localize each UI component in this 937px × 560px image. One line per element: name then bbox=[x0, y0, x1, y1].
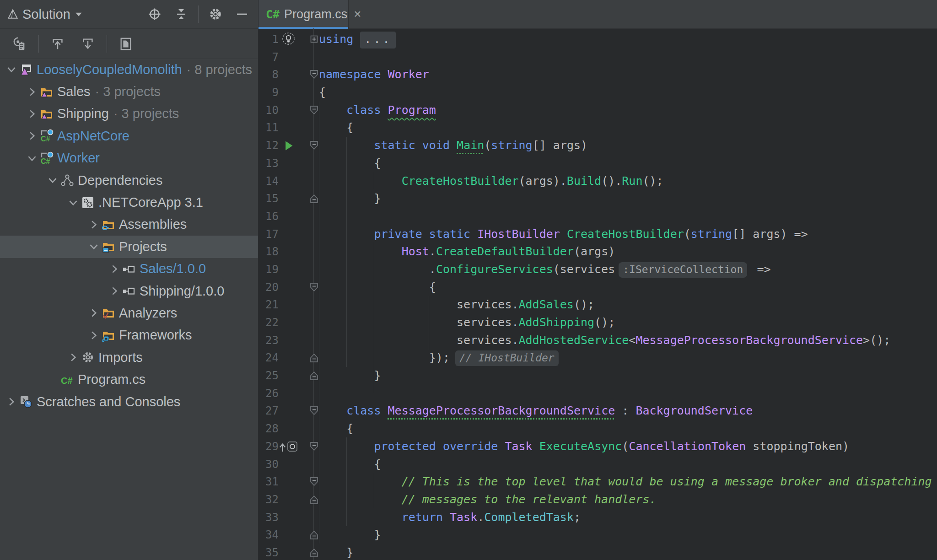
chevron-down-icon[interactable] bbox=[4, 62, 19, 77]
sync-view-button[interactable] bbox=[11, 34, 29, 54]
fold-marker-up-icon[interactable] bbox=[310, 371, 318, 381]
code-line-30[interactable]: 30 { bbox=[258, 456, 937, 474]
code-line-9[interactable]: 9{ bbox=[258, 84, 937, 102]
fold-marker-down-icon[interactable] bbox=[310, 140, 318, 151]
fold-marker-up-icon[interactable] bbox=[310, 548, 318, 558]
move-up-button[interactable] bbox=[48, 34, 67, 54]
hide-panel-button[interactable] bbox=[233, 4, 251, 24]
chevron-right-icon[interactable] bbox=[107, 261, 122, 277]
tree-item-label: Shipping bbox=[57, 106, 109, 121]
fold-marker-up-icon[interactable] bbox=[310, 495, 318, 505]
fold-marker-down-icon[interactable] bbox=[310, 442, 318, 452]
fold-marker-up-icon[interactable] bbox=[310, 353, 318, 363]
tab-program-cs[interactable]: C# Program.cs × bbox=[258, 0, 349, 28]
project-ref-icon bbox=[122, 262, 136, 276]
code-line-10[interactable]: 10 class Program bbox=[258, 102, 937, 119]
code-line-28[interactable]: 28 { bbox=[258, 420, 937, 438]
code-line-1[interactable]: 1using ... bbox=[258, 31, 937, 48]
chevron-right-icon[interactable] bbox=[86, 328, 102, 343]
close-icon[interactable]: × bbox=[354, 8, 361, 21]
tree-item-shipping-1-0-0[interactable]: Shipping/1.0.0 bbox=[0, 280, 258, 302]
tree-item-assemblies[interactable]: Assemblies bbox=[0, 214, 258, 236]
code-line-32[interactable]: 32 // messages to the relevant handlers. bbox=[258, 491, 937, 509]
tree-item-dependencies[interactable]: Dependencies bbox=[0, 169, 258, 191]
code-line-19[interactable]: 19 .ConfigureServices(services:IServiceC… bbox=[258, 261, 937, 279]
move-down-button[interactable] bbox=[79, 34, 97, 54]
chevron-down-icon[interactable] bbox=[86, 239, 102, 254]
tree-item-shipping[interactable]: Shipping· 3 projects bbox=[0, 103, 258, 125]
tree-item-frameworks[interactable]: Frameworks bbox=[0, 324, 258, 346]
code-line-15[interactable]: 15 } bbox=[258, 190, 937, 208]
code-line-25[interactable]: 25 } bbox=[258, 367, 937, 385]
tree-item-program-cs[interactable]: C#Program.cs bbox=[0, 368, 258, 390]
chevron-right-icon[interactable] bbox=[24, 128, 40, 144]
settings-button[interactable] bbox=[206, 4, 225, 24]
fold-marker-down-icon[interactable] bbox=[310, 477, 318, 487]
code-line-27[interactable]: 27 class MessageProcessorBackgroundServi… bbox=[258, 402, 937, 420]
code-line-33[interactable]: 33 return Task.CompletedTask; bbox=[258, 509, 937, 527]
overrides-icon[interactable] bbox=[277, 438, 300, 456]
tree-item-sales-1-0-0[interactable]: Sales/1.0.0 bbox=[0, 258, 258, 280]
code-line-26[interactable]: 26 bbox=[258, 385, 937, 403]
code-editor[interactable]: 1using ...78namespace Worker9{10 class P… bbox=[258, 31, 937, 560]
tree-item-label: Assemblies bbox=[119, 217, 187, 232]
code-line-7[interactable]: 7 bbox=[258, 48, 937, 66]
chevron-down-icon[interactable] bbox=[65, 195, 81, 210]
fold-marker-down-icon[interactable] bbox=[310, 105, 318, 115]
code-line-20[interactable]: 20 { bbox=[258, 279, 937, 296]
code-line-12[interactable]: 12 static void Main(string[] args) bbox=[258, 137, 937, 155]
tree-item-analyzers[interactable]: Analyzers bbox=[0, 302, 258, 324]
code-line-8[interactable]: 8namespace Worker bbox=[258, 66, 937, 84]
code-line-21[interactable]: 21 services.AddSales(); bbox=[258, 296, 937, 314]
fold-marker-up-icon[interactable] bbox=[310, 530, 318, 540]
chevron-right-icon[interactable] bbox=[65, 350, 81, 365]
chevron-right-icon[interactable] bbox=[86, 305, 102, 321]
code-line-16[interactable]: 16 bbox=[258, 208, 937, 226]
chevron-right-icon[interactable] bbox=[24, 84, 40, 100]
fold-marker-plus-icon[interactable] bbox=[310, 34, 318, 44]
code-line-31[interactable]: 31 // This is the top level that would b… bbox=[258, 473, 937, 491]
intention-bulb-icon[interactable] bbox=[277, 31, 300, 48]
run-icon[interactable] bbox=[277, 137, 300, 155]
locate-file-button[interactable] bbox=[145, 4, 164, 24]
tree-item-label: Projects bbox=[119, 239, 167, 254]
tree-item-projects[interactable]: Projects bbox=[0, 236, 258, 258]
chevron-down-icon[interactable] bbox=[24, 151, 40, 166]
collapse-all-button[interactable] bbox=[172, 4, 190, 24]
code-line-11[interactable]: 11 { bbox=[258, 119, 937, 137]
code-text: } bbox=[319, 544, 353, 560]
code-line-22[interactable]: 22 services.AddShipping(); bbox=[258, 314, 937, 332]
code-line-29[interactable]: 29 protected override Task ExecuteAsync(… bbox=[258, 438, 937, 456]
tree-item-scratches-and-consoles[interactable]: Scratches and Consoles bbox=[0, 391, 258, 413]
line-number: 9 bbox=[258, 84, 279, 102]
imports-gear-icon bbox=[81, 350, 95, 364]
code-line-18[interactable]: 18 Host.CreateDefaultBuilder(args) bbox=[258, 243, 937, 261]
tree-item-looselycoupledmonolith[interactable]: LooselyCoupledMonolith· 8 projects bbox=[0, 59, 258, 81]
chevron-right-icon[interactable] bbox=[4, 394, 19, 409]
code-line-23[interactable]: 23 services.AddHostedService<MessageProc… bbox=[258, 332, 937, 350]
fold-marker-up-icon[interactable] bbox=[310, 194, 318, 204]
tree-item-worker[interactable]: C#Worker bbox=[0, 147, 258, 169]
code-line-34[interactable]: 34 } bbox=[258, 526, 937, 544]
fold-marker-down-icon[interactable] bbox=[310, 282, 318, 292]
code-line-17[interactable]: 17 private static IHostBuilder CreateHos… bbox=[258, 226, 937, 243]
tree-item-label: AspNetCore bbox=[57, 129, 129, 144]
code-text: { bbox=[319, 155, 381, 172]
code-line-14[interactable]: 14 CreateHostBuilder(args).Build().Run()… bbox=[258, 172, 937, 190]
code-line-35[interactable]: 35 } bbox=[258, 544, 937, 560]
tree-item--netcoreapp-3-1[interactable]: .NETCoreApp 3.1 bbox=[0, 191, 258, 213]
tree-item-imports[interactable]: Imports bbox=[0, 346, 258, 368]
chevron-right-icon[interactable] bbox=[86, 217, 102, 232]
view-selector[interactable]: Solution bbox=[3, 5, 87, 24]
svg-text:C#: C# bbox=[61, 376, 73, 386]
tree-item-sales[interactable]: Sales· 3 projects bbox=[0, 81, 258, 102]
code-line-24[interactable]: 24 });// IHostBuilder bbox=[258, 349, 937, 367]
code-line-13[interactable]: 13 { bbox=[258, 155, 937, 172]
fold-marker-down-icon[interactable] bbox=[310, 406, 318, 416]
chevron-down-icon[interactable] bbox=[45, 172, 60, 188]
chevron-right-icon[interactable] bbox=[107, 283, 122, 299]
open-editor-preview-button[interactable] bbox=[117, 34, 135, 54]
tree-item-aspnetcore[interactable]: C#AspNetCore bbox=[0, 125, 258, 147]
chevron-right-icon[interactable] bbox=[24, 106, 40, 122]
fold-marker-down-icon[interactable] bbox=[310, 70, 318, 80]
